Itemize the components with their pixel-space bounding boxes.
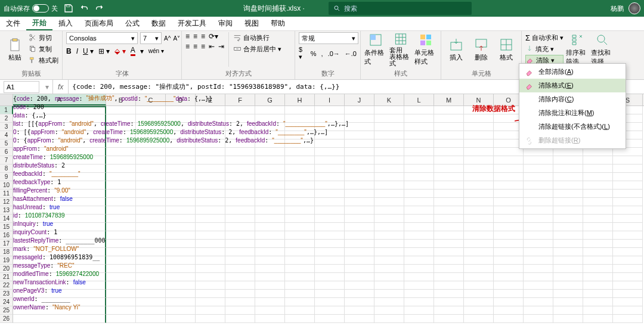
cell[interactable] bbox=[464, 265, 494, 273]
cell[interactable] bbox=[315, 265, 345, 273]
cell[interactable] bbox=[106, 206, 136, 215]
format-cells-button[interactable]: 格式 bbox=[495, 32, 518, 67]
cell[interactable] bbox=[225, 190, 255, 198]
delete-cells-button[interactable]: 删除 bbox=[470, 32, 493, 67]
merge-button[interactable]: 合并后居中 ▾ bbox=[233, 44, 281, 54]
cell[interactable] bbox=[315, 248, 345, 256]
redo-icon[interactable] bbox=[95, 4, 104, 13]
cell[interactable] bbox=[13, 114, 106, 123]
cell[interactable] bbox=[255, 231, 285, 240]
cell[interactable] bbox=[583, 240, 613, 248]
cell[interactable] bbox=[404, 215, 434, 223]
cell[interactable] bbox=[315, 315, 345, 323]
col-header[interactable]: H bbox=[285, 94, 315, 105]
cell[interactable] bbox=[345, 206, 374, 215]
cell[interactable] bbox=[345, 298, 374, 306]
cell[interactable] bbox=[434, 256, 464, 265]
cell[interactable] bbox=[285, 123, 315, 131]
row-header[interactable]: 13 bbox=[0, 206, 13, 215]
cell[interactable] bbox=[583, 206, 613, 215]
cell[interactable] bbox=[494, 265, 524, 273]
cell[interactable] bbox=[613, 156, 643, 164]
cell[interactable] bbox=[285, 273, 315, 281]
cell[interactable] bbox=[255, 148, 285, 156]
cell[interactable] bbox=[494, 281, 524, 290]
cell[interactable] bbox=[315, 131, 345, 139]
cell[interactable] bbox=[494, 156, 524, 164]
cell[interactable] bbox=[196, 123, 225, 131]
cell[interactable] bbox=[524, 181, 553, 190]
tab-视图[interactable]: 视图 bbox=[239, 17, 265, 30]
cell[interactable] bbox=[524, 248, 553, 256]
phonetic-button[interactable]: wén ▾ bbox=[148, 48, 164, 54]
cell[interactable] bbox=[196, 206, 225, 215]
cell[interactable] bbox=[374, 265, 404, 273]
row-header[interactable]: 22 bbox=[0, 281, 13, 290]
row-header[interactable]: 1 bbox=[0, 106, 13, 114]
cell[interactable] bbox=[225, 148, 255, 156]
cell[interactable] bbox=[345, 164, 374, 173]
cell[interactable] bbox=[374, 290, 404, 298]
cell[interactable] bbox=[404, 298, 434, 306]
cell[interactable] bbox=[494, 256, 524, 265]
cell[interactable] bbox=[106, 315, 136, 323]
cell[interactable] bbox=[285, 265, 315, 273]
cell[interactable] bbox=[524, 265, 553, 273]
cell[interactable] bbox=[255, 215, 285, 223]
row-header[interactable]: 21 bbox=[0, 273, 13, 281]
cell[interactable] bbox=[524, 240, 553, 248]
col-header[interactable]: M bbox=[434, 94, 464, 105]
col-header[interactable]: G bbox=[255, 94, 285, 105]
cell[interactable] bbox=[524, 206, 553, 215]
cell[interactable] bbox=[434, 298, 464, 306]
cell[interactable] bbox=[404, 131, 434, 139]
cell[interactable] bbox=[374, 223, 404, 231]
cell[interactable] bbox=[136, 139, 166, 148]
cell[interactable] bbox=[613, 181, 643, 190]
cell[interactable] bbox=[315, 123, 345, 131]
cell[interactable] bbox=[404, 290, 434, 298]
row-header[interactable]: 14 bbox=[0, 215, 13, 223]
cell[interactable] bbox=[374, 164, 404, 173]
cell[interactable] bbox=[553, 190, 583, 198]
cell[interactable] bbox=[106, 106, 136, 114]
cell[interactable] bbox=[225, 139, 255, 148]
cell[interactable] bbox=[225, 156, 255, 164]
tab-审阅[interactable]: 审阅 bbox=[212, 17, 239, 30]
cell[interactable] bbox=[315, 223, 345, 231]
autosave-toggle[interactable]: 自动保存 关 bbox=[4, 4, 58, 13]
cell[interactable] bbox=[196, 248, 225, 256]
cell[interactable] bbox=[613, 223, 643, 231]
cell[interactable] bbox=[166, 139, 196, 148]
cell[interactable] bbox=[196, 240, 225, 248]
cell[interactable] bbox=[255, 114, 285, 123]
cell[interactable] bbox=[315, 190, 345, 198]
cell[interactable] bbox=[13, 265, 106, 273]
cell[interactable] bbox=[225, 298, 255, 306]
cell[interactable] bbox=[374, 114, 404, 123]
cell[interactable] bbox=[434, 114, 464, 123]
cell[interactable] bbox=[255, 190, 285, 198]
cell[interactable] bbox=[255, 298, 285, 306]
cell[interactable] bbox=[166, 131, 196, 139]
inc-decimal-button[interactable]: .0→ bbox=[328, 50, 340, 57]
cell[interactable] bbox=[255, 164, 285, 173]
cell[interactable] bbox=[13, 106, 106, 114]
tab-帮助[interactable]: 帮助 bbox=[265, 17, 291, 30]
cell[interactable] bbox=[225, 173, 255, 181]
font-name-combo[interactable]: Consolas▾ bbox=[66, 32, 138, 44]
cell[interactable] bbox=[255, 198, 285, 206]
cell[interactable] bbox=[285, 156, 315, 164]
cell[interactable] bbox=[374, 306, 404, 315]
cell[interactable] bbox=[106, 215, 136, 223]
cell[interactable] bbox=[225, 114, 255, 123]
cell[interactable] bbox=[345, 114, 374, 123]
cell[interactable] bbox=[553, 173, 583, 181]
cell[interactable] bbox=[225, 315, 255, 323]
cell[interactable] bbox=[285, 206, 315, 215]
cell[interactable] bbox=[374, 181, 404, 190]
cell[interactable] bbox=[166, 106, 196, 114]
cell[interactable] bbox=[166, 281, 196, 290]
cell[interactable] bbox=[345, 190, 374, 198]
row-header[interactable]: 10 bbox=[0, 181, 13, 190]
